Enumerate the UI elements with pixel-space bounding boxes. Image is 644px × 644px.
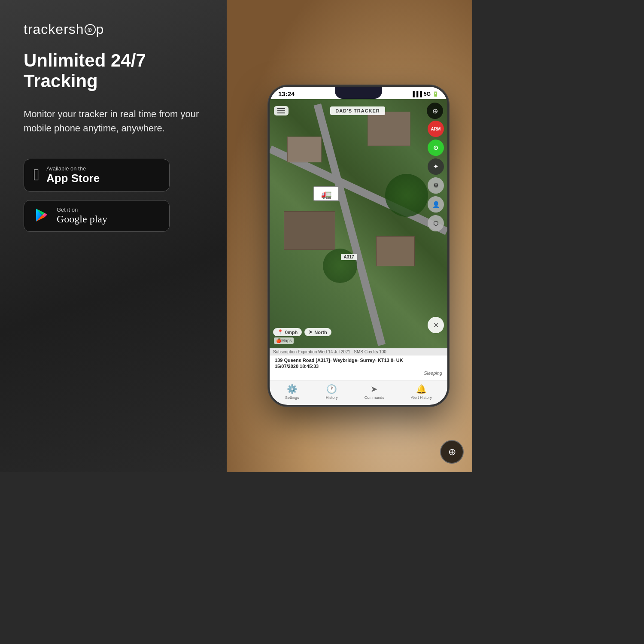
phone-mockup: 13:24 ▐▐▐ 5G 🔋 (268, 85, 449, 406)
network-type: 5G (424, 91, 431, 97)
layers-button[interactable]: ✦ (428, 158, 444, 175)
navigation-button[interactable]: ⊙ (428, 140, 444, 156)
google-play-button[interactable]: Get it on Google play (24, 200, 170, 232)
maps-label: 🍎Maps (274, 337, 294, 344)
direction-value: North (314, 330, 327, 335)
battery-icon: 🔋 (432, 91, 439, 97)
bottom-nav: ⚙️ Settings 🕐 History ➤ Commands 🔔 Alert… (270, 380, 447, 405)
subscription-text: Subscription Expiration Wed 14 Jul 2021 … (270, 348, 447, 355)
arm-button[interactable]: ARM (428, 121, 444, 137)
logo-container: trackersh⊕p (24, 21, 210, 37)
google-play-icon (33, 207, 50, 225)
nav-item-commands[interactable]: ➤ Commands (365, 384, 384, 400)
settings-nav-label: Settings (285, 395, 299, 400)
main-container: trackersh⊕p Unlimited 24/7 Tracking Moni… (0, 0, 472, 472)
phone-frame: 13:24 ▐▐▐ 5G 🔋 (268, 85, 449, 406)
alerts-nav-icon: 🔔 (416, 384, 427, 394)
google-play-label-large: Google play (57, 213, 107, 225)
share-button[interactable]: ⬡ (428, 215, 444, 231)
menu-icon[interactable] (274, 106, 289, 115)
map-trees-1 (385, 174, 428, 217)
user-button[interactable]: 👤 (428, 196, 444, 213)
map-building-4 (376, 236, 415, 266)
logo-icon: ⊕ (85, 24, 96, 35)
history-nav-icon: 🕐 (326, 384, 337, 394)
commands-nav-icon: ➤ (371, 384, 378, 394)
speed-badge: 📍 0mph (273, 328, 302, 336)
direction-badge: ➤ North (304, 328, 331, 336)
apple-icon:  (33, 166, 39, 184)
road-label: A317 (341, 254, 357, 260)
google-play-label-small: Get it on (57, 207, 107, 213)
alerts-nav-label: Alert History (411, 395, 432, 400)
address-value: 139 Queens Road [A317]- Weybridge- Surre… (275, 358, 403, 363)
close-button[interactable]: ✕ (428, 317, 444, 333)
truck-marker: 🚛 (313, 186, 339, 201)
compass-direction-icon: ➤ (309, 329, 313, 335)
commands-nav-label: Commands (365, 395, 384, 400)
nav-item-alerts[interactable]: 🔔 Alert History (411, 384, 432, 400)
google-play-text: Get it on Google play (57, 207, 107, 225)
speed-bar: 📍 0mph ➤ North (273, 328, 331, 336)
map-building-3 (284, 211, 335, 250)
right-panel: 13:24 ▐▐▐ 5G 🔋 (227, 0, 472, 472)
app-store-text: Available on the App Store (46, 165, 100, 185)
phone-notch (335, 87, 382, 99)
subtext: Monitor your tracker in real time from y… (24, 107, 210, 135)
nav-item-history[interactable]: 🕐 History (326, 384, 338, 400)
history-nav-label: History (326, 395, 338, 400)
signal-bars: ▐▐▐ (411, 91, 422, 97)
nav-item-settings[interactable]: ⚙️ Settings (285, 384, 299, 400)
datetime-value: 15/07/2020 18:45:33 (275, 364, 319, 369)
app-store-label-small: Available on the (46, 165, 100, 172)
gps-icon: 📍 (277, 329, 283, 335)
map-area: DAD'S TRACKER ⊕ ARM ⊙ ✦ ⚙ 👤 ⬡ 🚛 (270, 99, 447, 348)
bottom-compass-button[interactable]: ⊕ (440, 440, 464, 464)
status-sleeping: Sleeping (275, 371, 442, 376)
map-building-1 (287, 137, 322, 162)
brand-name: trackersh⊕p (24, 21, 104, 37)
headline: Unlimited 24/7 Tracking (24, 50, 210, 92)
store-buttons:  Available on the App Store (24, 159, 210, 232)
status-time: 13:24 (278, 90, 295, 97)
settings-nav-icon: ⚙️ (287, 384, 298, 394)
status-right: ▐▐▐ 5G 🔋 (411, 91, 439, 97)
left-panel: trackersh⊕p Unlimited 24/7 Tracking Moni… (0, 0, 227, 472)
app-store-label-large: App Store (46, 172, 100, 185)
side-buttons: ARM ⊙ ✦ ⚙ 👤 ⬡ (428, 121, 444, 231)
speed-value: 0mph (285, 330, 298, 335)
compass-button[interactable]: ⊕ (427, 103, 443, 119)
settings-button[interactable]: ⚙ (428, 177, 444, 194)
address-text: 139 Queens Road [A317]- Weybridge- Surre… (275, 357, 442, 370)
truck-icon: 🚛 (313, 186, 339, 201)
tracker-name-label: DAD'S TRACKER (330, 106, 385, 115)
app-header: DAD'S TRACKER ⊕ (270, 99, 447, 122)
info-panel: Subscription Expiration Wed 14 Jul 2021 … (270, 348, 447, 380)
app-store-button[interactable]:  Available on the App Store (24, 159, 170, 191)
